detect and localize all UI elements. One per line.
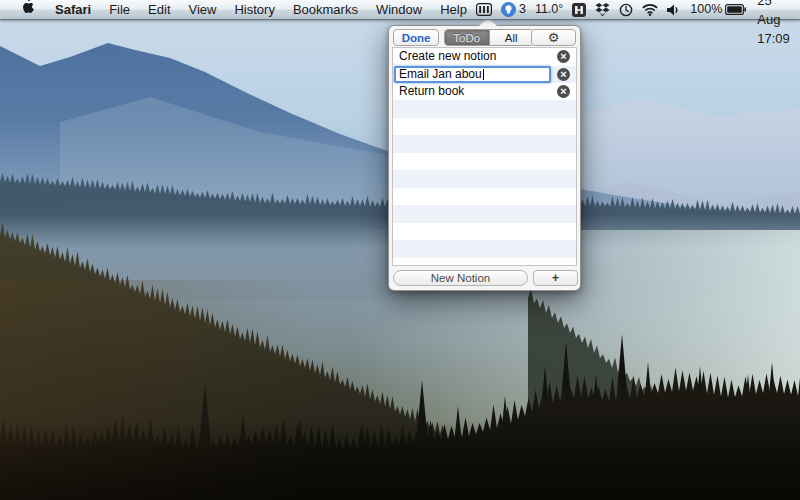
- todo-edit-input[interactable]: Email Jan abou: [394, 66, 551, 83]
- battery-menu-extra[interactable]: 100%: [690, 0, 746, 19]
- notion-badge-count: 3: [519, 0, 526, 19]
- window-grid-menu-extra[interactable]: [476, 3, 492, 16]
- todo-item-text: Create new notion: [399, 49, 496, 63]
- menu-safari[interactable]: Safari: [44, 0, 100, 19]
- clock-icon: [619, 3, 633, 17]
- todo-edit-value: Email Jan abou: [399, 68, 482, 81]
- tab-done[interactable]: Done: [393, 29, 439, 46]
- menu-bookmarks[interactable]: Bookmarks: [284, 0, 367, 19]
- menu-help[interactable]: Help: [431, 0, 476, 19]
- menu-view[interactable]: View: [180, 0, 226, 19]
- menu-history[interactable]: History: [225, 0, 283, 19]
- popover-footer: New Notion +: [389, 269, 580, 287]
- temperature-menu-extra[interactable]: 11.0°: [535, 0, 563, 19]
- menu-bar-datetime: Mon 25 Aug 17:09: [755, 0, 792, 48]
- menu-window[interactable]: Window: [367, 0, 431, 19]
- delete-item-button[interactable]: ×: [557, 85, 570, 98]
- menu-bar-status: 3 11.0° 100% Mon 25 Aug 17:09: [476, 0, 800, 48]
- clock-menu-extra[interactable]: [619, 3, 633, 17]
- wifi-menu-extra[interactable]: [642, 4, 658, 16]
- battery-icon: [725, 4, 746, 15]
- delete-item-button[interactable]: ×: [557, 50, 570, 63]
- temperature-label: 11.0°: [535, 0, 563, 19]
- keyboard-app-menu-extra[interactable]: [572, 3, 586, 17]
- desktop: Safari File Edit View History Bookmarks …: [0, 0, 800, 500]
- todo-list: Create new notion × Email Jan abou × Ret…: [392, 47, 577, 266]
- todo-item-row[interactable]: Create new notion: [393, 48, 576, 66]
- dropbox-icon: [595, 3, 610, 17]
- todo-item-text: Return book: [399, 84, 464, 98]
- delete-item-button[interactable]: ×: [557, 68, 570, 81]
- apple-menu[interactable]: [13, 0, 44, 19]
- add-button[interactable]: +: [533, 270, 578, 286]
- menu-bar-left: Safari File Edit View History Bookmarks …: [0, 0, 476, 19]
- dropbox-menu-extra[interactable]: [595, 3, 610, 17]
- keyboard-app-icon: [572, 3, 586, 17]
- apple-logo-icon: [22, 0, 35, 14]
- volume-menu-extra[interactable]: [667, 4, 681, 16]
- new-notion-button[interactable]: New Notion: [393, 270, 528, 286]
- notion-app-icon: [501, 2, 516, 17]
- clock-menu[interactable]: Mon 25 Aug 17:09: [755, 0, 792, 48]
- menu-file[interactable]: File: [100, 0, 139, 19]
- text-caret: [483, 69, 484, 80]
- volume-icon: [667, 4, 681, 16]
- todo-item-row[interactable]: Return book: [393, 83, 576, 101]
- todo-popover: Done ToDo All ⚙ Create new notion × Emai…: [388, 25, 581, 291]
- window-grid-icon: [476, 3, 492, 16]
- notion-menu-extra[interactable]: 3: [501, 0, 526, 19]
- menu-bar: Safari File Edit View History Bookmarks …: [0, 0, 800, 20]
- wifi-icon: [642, 4, 658, 16]
- battery-percent: 100%: [690, 0, 722, 19]
- menu-edit[interactable]: Edit: [139, 0, 179, 19]
